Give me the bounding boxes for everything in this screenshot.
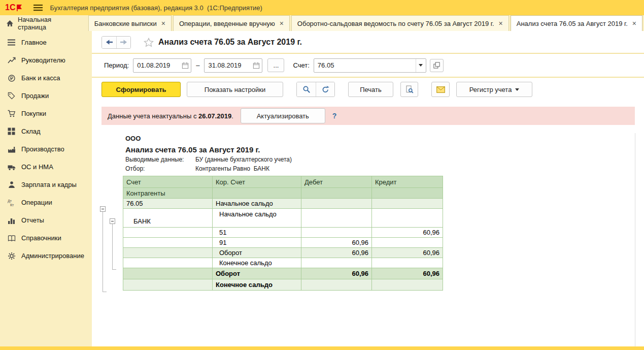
close-icon[interactable]: × [632, 20, 636, 27]
cell-credit[interactable]: 60,96 [372, 228, 443, 238]
sidebar-item-glavnoe[interactable]: Главное [0, 34, 92, 51]
cell-corr[interactable]: Начальное сальдо [213, 199, 301, 209]
filter-row: Период: 01.08.2019 – 31.08.2019 ... Счет… [92, 54, 644, 77]
cell-debit[interactable] [301, 279, 372, 291]
chevron-down-icon[interactable] [416, 59, 426, 72]
table-row[interactable]: 91 60,96 [123, 238, 443, 248]
cell-debit[interactable] [301, 199, 372, 209]
tab-analysis-76-05[interactable]: Анализ счета 76.05 за Август 2019 г. × [511, 15, 642, 31]
cell-account[interactable] [123, 238, 213, 248]
calendar-icon[interactable] [179, 59, 191, 72]
sidebar-item-proizvodstvo[interactable]: Производство [0, 140, 92, 158]
sidebar-item-prodazhi[interactable]: Продажи [0, 87, 92, 105]
cell-debit[interactable]: 60,96 [301, 248, 372, 258]
boxes-icon [7, 128, 16, 135]
table-row-total[interactable]: Оборот 60,96 60,96 [123, 268, 443, 279]
sidebar-item-administrirovanie[interactable]: Администрирование [0, 247, 92, 265]
cell-account[interactable]: БАНК [123, 209, 213, 228]
cell-account[interactable]: 76.05 [123, 199, 213, 209]
cell-corr[interactable]: Конечное сальдо [213, 279, 301, 291]
forward-button[interactable] [116, 37, 130, 48]
refresh-button[interactable] [316, 82, 334, 97]
tab-home[interactable]: Начальная страница [0, 15, 88, 31]
account-list-button[interactable] [430, 59, 444, 72]
sidebar-item-bank-i-kassa[interactable]: Банк и касса [0, 69, 92, 87]
tab-label: Операции, введенные вручную [179, 20, 275, 27]
table-row[interactable]: Конечное сальдо [123, 258, 443, 268]
cell-credit[interactable] [372, 279, 443, 291]
close-icon[interactable]: × [280, 20, 284, 27]
sidebar-item-pokupki[interactable]: Покупки [0, 105, 92, 122]
period-more-button[interactable]: ... [267, 58, 284, 72]
calendar-icon[interactable] [250, 59, 262, 72]
cell-credit[interactable]: 60,96 [372, 268, 443, 279]
sidebar-item-otchety[interactable]: Отчеты [0, 211, 92, 229]
cell-credit[interactable] [372, 209, 443, 228]
favorite-star-icon[interactable] [144, 38, 154, 47]
period-to-input[interactable]: 31.08.2019 [204, 58, 262, 73]
cell-credit[interactable] [372, 258, 443, 268]
sidebar-item-zarplata-i-kadry[interactable]: Зарплата и кадры [0, 176, 92, 194]
tree-line [103, 212, 103, 292]
cell-account[interactable] [123, 279, 213, 291]
table-row[interactable]: Оборот 60,96 60,96 [123, 248, 443, 258]
sidebar-item-spravochniki[interactable]: Справочники [0, 229, 92, 247]
cell-credit[interactable] [372, 199, 443, 209]
cell-corr[interactable]: Начальное сальдо [213, 209, 301, 228]
cell-corr[interactable]: Оборот [213, 248, 301, 258]
cell-account[interactable] [123, 258, 213, 268]
email-button[interactable] [431, 82, 450, 97]
meta-value: Контрагенты Равно БАНК [195, 165, 269, 172]
account-combo[interactable]: 76.05 [314, 58, 426, 73]
sidebar-item-os-i-nma[interactable]: ОС и НМА [0, 158, 92, 176]
cell-debit[interactable] [301, 228, 372, 238]
close-icon[interactable]: × [499, 20, 503, 27]
cell-account[interactable] [123, 228, 213, 238]
person-icon [7, 181, 16, 188]
cell-debit[interactable]: 60,96 [301, 268, 372, 279]
cell-corr[interactable]: Конечное сальдо [213, 258, 301, 268]
tree-expander[interactable] [110, 218, 115, 224]
cell-credit[interactable] [372, 238, 443, 248]
1c-logo-text: 1С [5, 4, 15, 12]
cell-account[interactable] [123, 268, 213, 279]
close-icon[interactable]: × [161, 20, 165, 27]
tab-osv-76-05[interactable]: Оборотно-сальдовая ведомость по счету 76… [291, 15, 509, 31]
cell-credit[interactable]: 60,96 [372, 248, 443, 258]
print-button[interactable]: Печать [348, 82, 393, 97]
search-button[interactable] [297, 82, 316, 97]
show-settings-button[interactable]: Показать настройки [187, 82, 283, 97]
sidebar-item-rukovoditelyu[interactable]: Руководителю [0, 51, 92, 69]
back-button[interactable] [102, 37, 116, 48]
table-row[interactable]: БАНК Начальное сальдо [123, 209, 443, 228]
cell-corr[interactable]: Оборот [213, 268, 301, 279]
actualize-button[interactable]: Актуализировать [241, 108, 325, 123]
tree-expander[interactable] [100, 206, 106, 212]
print-preview-button[interactable] [400, 82, 418, 97]
table-row[interactable]: 51 60,96 [123, 228, 443, 238]
generate-button[interactable]: Сформировать [101, 82, 181, 97]
cell-account[interactable] [123, 248, 213, 258]
sidebar-item-sklad[interactable]: Склад [0, 122, 92, 140]
period-from-input[interactable]: 01.08.2019 [133, 58, 191, 73]
tab-manual-operations[interactable]: Операции, введенные вручную × [173, 15, 290, 31]
tree-line [112, 269, 116, 270]
sidebar-item-operatsii[interactable]: ДтКт Операции [0, 194, 92, 211]
register-button[interactable]: Регистр учета [456, 82, 532, 97]
account-value: 76.05 [314, 61, 416, 69]
menu-icon [7, 39, 16, 46]
tab-bank-statements[interactable]: Банковские выписки × [88, 15, 172, 31]
cell-debit[interactable]: 60,96 [301, 238, 372, 248]
help-link[interactable]: ? [332, 112, 337, 120]
table-row[interactable]: 76.05 Начальное сальдо [123, 199, 443, 209]
app-window: 1С Бухгалтерия предприятия (базовая), ре… [0, 0, 644, 350]
cell-debit[interactable] [301, 209, 372, 228]
cell-debit[interactable] [301, 258, 372, 268]
main-menu-icon[interactable] [33, 4, 43, 11]
cell-corr[interactable]: 91 [213, 238, 301, 248]
warning-banner: Данные учета неактуальны с 26.07.2019. А… [101, 107, 635, 125]
meta-label: Отбор: [125, 165, 195, 172]
table-row-total[interactable]: Конечное сальдо [123, 279, 443, 291]
report-divider [635, 133, 635, 346]
cell-corr[interactable]: 51 [213, 228, 301, 238]
